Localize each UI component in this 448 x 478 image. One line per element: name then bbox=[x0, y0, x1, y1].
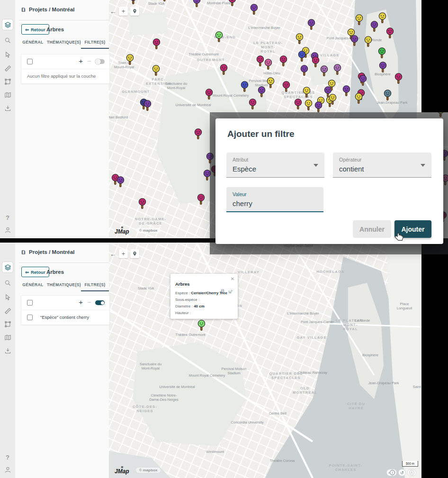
rail-item-measure[interactable] bbox=[0, 305, 15, 317]
rail-item-export[interactable] bbox=[0, 344, 15, 357]
tree-marker[interactable] bbox=[358, 75, 367, 87]
attribute-select[interactable]: Attribut Espèce bbox=[226, 153, 324, 178]
back-button[interactable]: ⇦Retour bbox=[21, 267, 49, 277]
rail-item-select[interactable] bbox=[0, 48, 15, 61]
tree-marker[interactable] bbox=[297, 51, 306, 63]
add-filter-button[interactable]: + bbox=[79, 298, 83, 306]
locate-button[interactable] bbox=[130, 7, 139, 16]
filters-toggle[interactable] bbox=[95, 59, 105, 64]
tab-general[interactable]: GÉNÉRAL bbox=[19, 280, 47, 289]
rail-item-search[interactable] bbox=[0, 34, 15, 46]
tree-marker[interactable] bbox=[314, 101, 323, 113]
tree-marker[interactable] bbox=[327, 80, 336, 91]
rail-item-user[interactable] bbox=[0, 463, 15, 476]
tree-marker[interactable] bbox=[304, 99, 313, 111]
tree-marker[interactable] bbox=[264, 59, 273, 71]
rail-item-user[interactable] bbox=[0, 224, 15, 236]
select-all-checkbox[interactable] bbox=[27, 300, 33, 306]
tree-marker[interactable] bbox=[116, 176, 125, 188]
tree-marker[interactable] bbox=[300, 65, 309, 77]
tree-marker[interactable] bbox=[152, 38, 161, 50]
close-icon[interactable]: ✕ bbox=[231, 276, 234, 281]
tree-marker[interactable] bbox=[342, 85, 351, 97]
tree-marker[interactable] bbox=[192, 0, 201, 8]
tree-marker[interactable] bbox=[378, 62, 387, 73]
tree-marker[interactable] bbox=[194, 128, 203, 140]
tree-marker[interactable] bbox=[350, 35, 359, 47]
rail-item-select[interactable] bbox=[0, 291, 15, 303]
tab-thematics[interactable]: THÉMATIQUE(S) bbox=[47, 280, 81, 289]
rail-item-search[interactable] bbox=[0, 277, 15, 289]
tree-marker[interactable] bbox=[129, 0, 138, 5]
tree-marker[interactable] bbox=[328, 94, 337, 106]
tree-marker[interactable] bbox=[197, 194, 206, 206]
locate-button[interactable] bbox=[130, 249, 139, 258]
tree-marker[interactable] bbox=[240, 81, 249, 93]
tree-marker[interactable] bbox=[364, 36, 373, 48]
operator-select[interactable]: Opérateur contient bbox=[333, 153, 431, 178]
filter-checkbox[interactable] bbox=[27, 315, 33, 320]
rail-item-polygon[interactable] bbox=[0, 75, 15, 88]
tree-marker[interactable] bbox=[160, 0, 169, 2]
collapse-panel-button[interactable]: ← bbox=[110, 8, 116, 15]
tree-marker[interactable] bbox=[197, 320, 206, 332]
rail-item-export[interactable] bbox=[0, 102, 15, 114]
tree-marker[interactable] bbox=[378, 12, 387, 24]
rail-item-help[interactable]: ? bbox=[0, 451, 15, 463]
tab-general[interactable]: GÉNÉRAL bbox=[19, 38, 47, 46]
tree-marker[interactable] bbox=[152, 65, 161, 77]
tree-marker[interactable] bbox=[355, 14, 364, 26]
tree-marker[interactable] bbox=[279, 55, 288, 67]
history-button[interactable]: ↺ bbox=[398, 469, 406, 476]
rail-item-polygon[interactable] bbox=[0, 318, 15, 330]
value-input[interactable]: Valeur cherry bbox=[226, 187, 323, 212]
tree-marker[interactable] bbox=[383, 90, 392, 101]
filters-toggle[interactable] bbox=[95, 300, 105, 305]
tree-marker[interactable] bbox=[377, 47, 386, 59]
add-filter-button[interactable]: + bbox=[79, 57, 83, 65]
tree-marker[interactable] bbox=[219, 64, 228, 76]
tab-filters[interactable]: FILTRE(S) bbox=[81, 280, 109, 289]
tree-marker[interactable] bbox=[250, 4, 259, 16]
tree-marker[interactable] bbox=[354, 93, 363, 105]
select-all-checkbox[interactable] bbox=[27, 59, 33, 64]
tree-marker[interactable] bbox=[257, 86, 266, 98]
tree-marker[interactable] bbox=[307, 19, 316, 31]
tree-marker[interactable] bbox=[266, 77, 275, 89]
tree-marker[interactable] bbox=[385, 27, 394, 39]
tree-marker[interactable] bbox=[205, 89, 214, 100]
filter-item[interactable]: “Espèce” contient cherry bbox=[21, 310, 109, 325]
tree-marker[interactable] bbox=[294, 99, 303, 110]
tree-marker[interactable] bbox=[248, 99, 257, 110]
rail-item-basemap[interactable] bbox=[0, 89, 15, 101]
rail-item-help[interactable]: ? bbox=[0, 211, 15, 224]
back-button[interactable]: ⇦Retour bbox=[21, 24, 49, 35]
tree-marker[interactable] bbox=[282, 81, 291, 93]
tab-filters[interactable]: FILTRE(S) bbox=[81, 38, 109, 46]
cancel-button[interactable]: Annuler bbox=[353, 220, 391, 238]
tree-marker[interactable] bbox=[138, 198, 147, 210]
zoom-in-button[interactable]: + bbox=[119, 7, 128, 16]
tree-marker[interactable] bbox=[295, 33, 304, 45]
tree-marker[interactable] bbox=[302, 87, 311, 99]
tree-marker[interactable] bbox=[125, 54, 134, 66]
tree-marker[interactable] bbox=[143, 100, 152, 112]
map-canvas[interactable]: ← + ✕ Arbres Espèce : Cerisier/Cherry Tr… bbox=[109, 243, 421, 478]
info-button[interactable]: ‹i bbox=[386, 469, 397, 476]
tree-marker[interactable] bbox=[333, 64, 342, 76]
tree-marker[interactable] bbox=[394, 73, 403, 85]
tree-marker[interactable] bbox=[215, 31, 224, 43]
north-button[interactable]: A bbox=[407, 469, 416, 476]
rail-item-measure[interactable] bbox=[0, 62, 15, 74]
tree-marker[interactable] bbox=[228, 0, 237, 7]
tab-thematics[interactable]: THÉMATIQUE(S) bbox=[47, 38, 81, 46]
rail-item-layers[interactable] bbox=[2, 19, 13, 30]
tree-marker[interactable] bbox=[320, 65, 329, 77]
rail-item-basemap[interactable] bbox=[0, 331, 15, 343]
details-icon[interactable] bbox=[220, 289, 225, 294]
rail-item-layers[interactable] bbox=[2, 262, 13, 272]
zoom-in-button[interactable]: + bbox=[119, 249, 128, 258]
tree-marker[interactable] bbox=[311, 56, 320, 68]
collapse-panel-button[interactable]: ← bbox=[110, 250, 116, 258]
edit-icon[interactable] bbox=[228, 289, 233, 294]
